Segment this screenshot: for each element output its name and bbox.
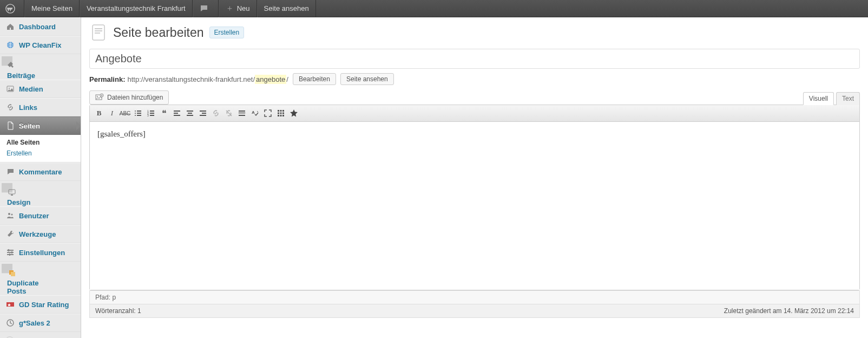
adminbar-new[interactable]: ＋ Neu: [219, 0, 257, 17]
toolbar-ol[interactable]: 123: [145, 107, 157, 119]
toolbar-italic[interactable]: I: [106, 107, 118, 119]
toolbar-star[interactable]: [288, 107, 300, 119]
permalink-slug: angebote: [255, 75, 286, 84]
toolbar-more[interactable]: [236, 107, 248, 119]
svg-rect-19: [95, 28, 102, 29]
svg-point-6: [8, 213, 10, 215]
sidebar-submenu-pages: Alle Seiten Erstellen: [0, 135, 81, 162]
tab-visual[interactable]: Visuell: [803, 92, 834, 105]
svg-rect-28: [137, 113, 141, 114]
sidebar-item-posts[interactable]: Beiträge: [2, 56, 12, 66]
link-icon: [5, 102, 15, 112]
sidebar-label: Links: [19, 103, 37, 112]
toolbar-quote[interactable]: ❝: [158, 107, 170, 119]
sidebar-item-comments[interactable]: Kommentare: [0, 162, 81, 181]
svg-rect-46: [239, 110, 245, 112]
permalink-edit-button[interactable]: Bearbeiten: [293, 73, 336, 85]
home-icon: [5, 22, 15, 31]
adminbar-comments[interactable]: [193, 0, 219, 17]
page-heading-icon: [89, 23, 109, 42]
svg-rect-13: [9, 253, 10, 256]
svg-rect-42: [187, 115, 193, 116]
toolbar-link[interactable]: [210, 107, 222, 119]
editor-path-row: Pfad: p: [89, 290, 860, 304]
sidebar-item-media[interactable]: Medien: [0, 80, 81, 98]
svg-rect-20: [95, 30, 102, 31]
last-edit: Zuletzt geändert am 14. März 2012 um 22:…: [724, 307, 854, 315]
toolbar-ul[interactable]: [132, 107, 144, 119]
editor-toolbar: B I ABC 123 ❝ A: [90, 105, 859, 122]
svg-point-25: [135, 110, 136, 112]
permalink-view-button[interactable]: Seite ansehen: [340, 73, 394, 85]
svg-point-7: [11, 214, 13, 216]
svg-text:A: A: [252, 110, 255, 115]
editor-content[interactable]: [gsales_offers]: [90, 122, 859, 290]
post-title-input[interactable]: [89, 49, 860, 69]
svg-rect-51: [278, 110, 279, 112]
adminbar-site-name[interactable]: Veranstaltungstechnik Frankfurt: [80, 0, 193, 17]
sidebar-label: Dashboard: [19, 23, 56, 31]
sidebar-item-dashboard[interactable]: Dashboard: [0, 17, 81, 36]
toolbar-kitchensink[interactable]: [275, 107, 287, 119]
toolbar-unlink[interactable]: [223, 107, 235, 119]
path-label: Pfad:: [95, 294, 110, 301]
sidebar-item-gdstar[interactable]: GD Star Rating: [0, 295, 81, 314]
sidebar-item-settings[interactable]: Einstellungen: [0, 243, 81, 262]
menu-collapse[interactable]: ◂ Menü einklappen: [0, 332, 81, 338]
toolbar-align-left[interactable]: [171, 107, 183, 119]
wordpress-icon: [5, 4, 15, 14]
sidebar-item-duplicate[interactable]: Duplicate Posts: [2, 264, 12, 274]
permalink-trail: /: [286, 75, 288, 83]
path-value[interactable]: p: [112, 294, 116, 301]
content-area: Seite bearbeiten Erstellen Permalink: ht…: [81, 17, 868, 338]
svg-rect-32: [150, 110, 154, 112]
sidebar-label: Medien: [19, 85, 43, 93]
media-icon: [5, 84, 15, 94]
submenu-new-page[interactable]: Erstellen: [0, 148, 81, 159]
sidebar-item-users[interactable]: Benutzer: [0, 206, 81, 225]
toolbar-strike[interactable]: ABC: [119, 107, 131, 119]
svg-rect-34: [150, 113, 154, 114]
duplicate-icon: [7, 268, 17, 278]
svg-rect-40: [187, 110, 193, 112]
sidebar-item-pages[interactable]: Seiten: [0, 116, 81, 135]
sidebar-label: Duplicate Posts: [7, 279, 39, 295]
adminbar-view-page[interactable]: Seite ansehen: [257, 0, 316, 17]
sidebar-item-appearance[interactable]: Design: [2, 183, 12, 193]
sidebar-label: Werkzeuge: [19, 230, 56, 238]
toolbar-spellcheck[interactable]: A: [249, 107, 261, 119]
sidebar-item-gsales[interactable]: g*Sales 2: [0, 314, 81, 332]
toolbar-align-center[interactable]: [184, 107, 196, 119]
toolbar-align-right[interactable]: [197, 107, 209, 119]
pin-icon: [7, 61, 17, 70]
wp-logo[interactable]: [0, 0, 24, 17]
svg-rect-59: [282, 115, 284, 116]
sidebar-item-cleanfix[interactable]: WP CleanFix: [0, 36, 81, 54]
sidebar-label: WP CleanFix: [19, 41, 62, 49]
svg-rect-16: [6, 302, 14, 307]
submenu-all-pages[interactable]: Alle Seiten: [0, 137, 81, 148]
add-new-button[interactable]: Erstellen: [209, 27, 245, 38]
toolbar-bold[interactable]: B: [93, 107, 105, 119]
sidebar-item-tools[interactable]: Werkzeuge: [0, 225, 81, 243]
star-rating-icon: [5, 300, 15, 309]
svg-rect-11: [8, 249, 9, 251]
sidebar-item-links[interactable]: Links: [0, 98, 81, 116]
gsales-icon: [5, 318, 15, 328]
toolbar-fullscreen[interactable]: [262, 107, 274, 119]
tab-text[interactable]: Text: [836, 92, 860, 105]
svg-rect-45: [200, 115, 206, 116]
svg-point-29: [135, 115, 136, 116]
sidebar-label: g*Sales 2: [19, 319, 50, 327]
plus-icon: ＋: [226, 3, 234, 14]
svg-rect-49: [239, 115, 245, 116]
add-media-button[interactable]: Dateien hinzufügen: [89, 90, 169, 105]
sidebar-label: Seiten: [19, 122, 40, 130]
svg-rect-43: [200, 110, 206, 112]
svg-rect-21: [95, 32, 100, 34]
adminbar-my-sites[interactable]: Meine Seiten: [24, 0, 80, 17]
svg-rect-44: [202, 113, 206, 114]
svg-rect-58: [280, 115, 282, 116]
users-icon: [5, 211, 15, 220]
permalink-label: Permalink:: [89, 75, 125, 83]
